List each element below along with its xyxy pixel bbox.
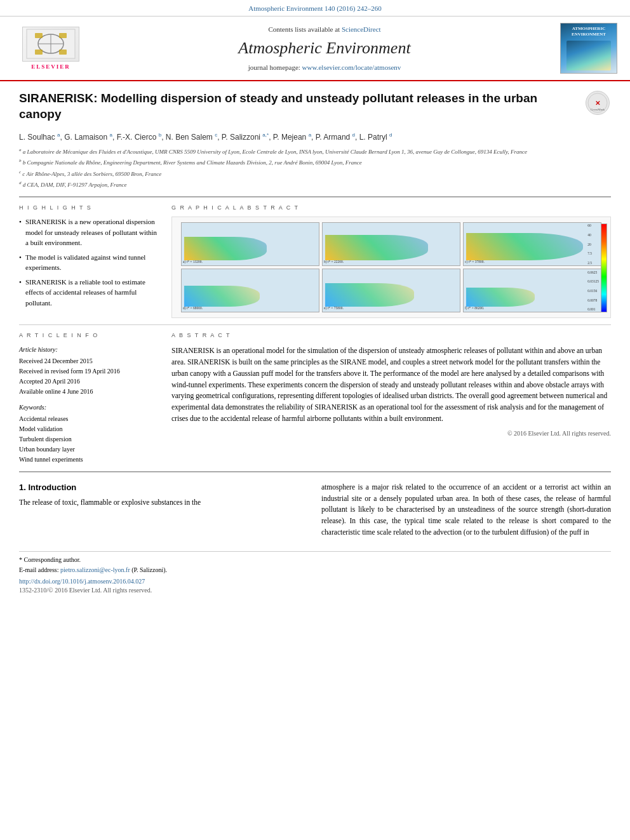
homepage-url[interactable]: www.elsevier.com/locate/atmosenv bbox=[302, 63, 401, 71]
intro-text-right: atmosphere is a major risk related to th… bbox=[321, 482, 611, 538]
sciencedirect-line: Contents lists available at ScienceDirec… bbox=[89, 25, 560, 34]
doi-line[interactable]: http://dx.doi.org/10.1016/j.atmosenv.201… bbox=[19, 577, 611, 586]
elsevier-logo-image bbox=[22, 27, 79, 62]
article-info-heading: A R T I C L E I N F O bbox=[19, 331, 159, 340]
affiliations: a a Laboratoire de Mécanique des Fluides… bbox=[19, 147, 611, 190]
authors-line: L. Soulhac a, G. Lamaison a, F.-X. Cierc… bbox=[19, 131, 611, 143]
svg-rect-6 bbox=[35, 50, 43, 55]
keyword-2: Model validation bbox=[19, 424, 159, 434]
journal-cover-image: ATMOSPHERICENVIRONMENT bbox=[560, 23, 617, 74]
keywords-section: Keywords: Accidental releases Model vali… bbox=[19, 403, 159, 465]
article-history: Article history: Received 24 December 20… bbox=[19, 345, 159, 397]
highlight-item-3: SIRANERISK is a reliable tool to estimat… bbox=[19, 277, 159, 309]
abstract-heading: A B S T R A C T bbox=[171, 331, 611, 340]
corresponding-author: * Corresponding author. bbox=[19, 556, 611, 564]
svg-rect-5 bbox=[59, 33, 67, 38]
highlight-item-1: SIRANERISK is a new operational dispersi… bbox=[19, 217, 159, 248]
highlights-list: SIRANERISK is a new operational dispersi… bbox=[19, 217, 159, 308]
keywords-list: Accidental releases Model validation Tur… bbox=[19, 414, 159, 465]
svg-rect-4 bbox=[35, 33, 43, 38]
article-title: SIRANERISK: Modelling dispersion of stea… bbox=[19, 91, 576, 122]
author-email[interactable]: pietro.salizzoni@ec-lyon.fr bbox=[60, 566, 130, 573]
header-divider bbox=[19, 196, 611, 197]
keyword-4: Urban boundary layer bbox=[19, 444, 159, 455]
intro-heading: 1. Introduction bbox=[19, 482, 309, 493]
homepage-line: journal homepage: www.elsevier.com/locat… bbox=[89, 63, 560, 72]
email-line: E-mail address: pietro.salizzoni@ec-lyon… bbox=[19, 566, 611, 575]
highlight-item-2: The model is validated against wind tunn… bbox=[19, 252, 159, 273]
svg-rect-7 bbox=[59, 50, 67, 55]
intro-text-left: The release of toxic, flammable or explo… bbox=[19, 497, 309, 509]
section-divider-2 bbox=[19, 471, 611, 472]
journal-name: Atmospheric Environment bbox=[89, 37, 560, 60]
keyword-1: Accidental releases bbox=[19, 414, 159, 424]
keyword-3: Turbulent dispersion bbox=[19, 434, 159, 444]
journal-citation: Atmospheric Environment 140 (2016) 242–2… bbox=[248, 4, 382, 12]
svg-text:✕: ✕ bbox=[595, 100, 600, 107]
highlights-heading: H I G H L I G H T S bbox=[19, 204, 159, 212]
graphical-abstract-image: a) t* = 13200. b) t* = 22200. c) t* = 37… bbox=[171, 217, 611, 318]
copyright-line: © 2016 Elsevier Ltd. All rights reserved… bbox=[171, 429, 611, 439]
footnote-section: * Corresponding author. E-mail address: … bbox=[19, 551, 611, 595]
crossmark-badge[interactable]: ✕ CrossMark bbox=[586, 91, 611, 116]
elsevier-brand: ELSEVIER bbox=[31, 63, 70, 71]
graphical-abstract-heading: G R A P H I C A L A B S T R A C T bbox=[171, 204, 611, 212]
svg-text:CrossMark: CrossMark bbox=[591, 108, 605, 111]
section-divider-1 bbox=[19, 324, 611, 325]
abstract-text: SIRANERISK is an operational model for t… bbox=[171, 345, 611, 425]
keyword-5: Wind tunnel experiments bbox=[19, 455, 159, 465]
issn-line: 1352-2310/© 2016 Elsevier Ltd. All right… bbox=[19, 586, 611, 595]
sciencedirect-link[interactable]: ScienceDirect bbox=[342, 25, 381, 33]
